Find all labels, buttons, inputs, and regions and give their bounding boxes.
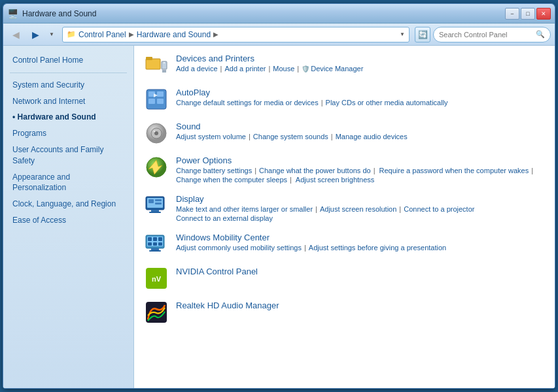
sidebar-item-user-accounts[interactable]: User Accounts and Family Safety bbox=[10, 143, 127, 168]
search-box: 🔍 bbox=[433, 27, 551, 42]
nvidia-icon: nV bbox=[145, 267, 168, 290]
svg-rect-1 bbox=[146, 57, 152, 60]
svg-rect-28 bbox=[153, 237, 157, 241]
panel-realtek: Realtek HD Audio Manager bbox=[145, 301, 544, 324]
svg-rect-9 bbox=[157, 99, 164, 104]
sidebar-item-clock-language[interactable]: Clock, Language, and Region bbox=[10, 197, 127, 211]
svg-text:nV: nV bbox=[152, 275, 162, 283]
window-title: Hardware and Sound bbox=[22, 9, 96, 18]
sidebar-item-network-internet[interactable]: Network and Internet bbox=[10, 95, 127, 108]
panel-sound: Sound Adjust system volume | Change syst… bbox=[145, 122, 544, 145]
toolbar: ◀ ▶ ▼ 📁 Control Panel ▶ Hardware and Sou… bbox=[3, 24, 555, 46]
link-add-device[interactable]: Add a device bbox=[176, 65, 218, 73]
svg-rect-7 bbox=[157, 91, 164, 97]
autoplay-links: Change default settings for media or dev… bbox=[176, 99, 544, 106]
link-add-printer[interactable]: Add a printer bbox=[224, 65, 266, 73]
minimize-button[interactable]: − bbox=[505, 8, 519, 20]
nvidia-title[interactable]: NVIDIA Control Panel bbox=[176, 267, 544, 276]
mobility-text: Windows Mobility Center Adjust commonly … bbox=[176, 233, 544, 252]
link-presentation[interactable]: Adjust settings before giving a presenta… bbox=[309, 244, 446, 252]
sidebar-item-appearance[interactable]: Appearance and Personalization bbox=[10, 171, 127, 195]
display-icon bbox=[145, 194, 168, 218]
title-bar-left: 🖥️ Hardware and Sound bbox=[7, 8, 96, 19]
svg-rect-31 bbox=[153, 242, 157, 246]
close-button[interactable]: ✕ bbox=[536, 8, 551, 20]
autoplay-text: AutoPlay Change default settings for med… bbox=[176, 88, 544, 106]
svg-point-14 bbox=[154, 131, 156, 133]
power-title[interactable]: Power Options bbox=[176, 155, 544, 165]
sidebar-item-hardware-sound[interactable]: Hardware and Sound bbox=[10, 110, 127, 124]
link-device-manager[interactable]: Device Manager bbox=[311, 65, 363, 73]
realtek-icon bbox=[145, 301, 168, 324]
link-sleep[interactable]: Change when the computer sleeps bbox=[176, 176, 287, 184]
main-content: Devices and Printers Add a device | Add … bbox=[134, 46, 555, 388]
panel-autoplay: AutoPlay Change default settings for med… bbox=[145, 88, 544, 111]
link-text-larger[interactable]: Make text and other items larger or smal… bbox=[176, 205, 313, 213]
autoplay-title[interactable]: AutoPlay bbox=[176, 88, 544, 97]
sidebar-item-control-panel-home[interactable]: Control Panel Home bbox=[10, 54, 127, 67]
sound-links: Adjust system volume | Change system sou… bbox=[176, 133, 544, 140]
search-icon[interactable]: 🔍 bbox=[536, 30, 545, 39]
link-password-wake[interactable]: Require a password when the computer wak… bbox=[379, 167, 529, 174]
link-connect-projector[interactable]: Connect to a projector bbox=[404, 205, 474, 213]
link-brightness[interactable]: Adjust screen brightness bbox=[296, 176, 374, 184]
devices-printers-text: Devices and Printers Add a device | Add … bbox=[176, 54, 544, 73]
mobility-icon bbox=[145, 233, 168, 256]
title-bar-buttons: − □ ✕ bbox=[505, 8, 551, 20]
crumb-root[interactable]: Control Panel bbox=[78, 30, 126, 39]
title-bar: 🖥️ Hardware and Sound − □ ✕ bbox=[3, 4, 555, 24]
sidebar-item-ease-of-access[interactable]: Ease of Access bbox=[10, 214, 127, 227]
crumb-section[interactable]: Hardware and Sound bbox=[137, 30, 211, 39]
svg-point-4 bbox=[164, 62, 165, 63]
svg-rect-30 bbox=[148, 242, 152, 246]
link-change-sounds[interactable]: Change system sounds bbox=[253, 133, 328, 140]
address-dropdown-arrow[interactable]: ▼ bbox=[400, 31, 405, 37]
refresh-button[interactable]: 🔄 bbox=[415, 27, 430, 42]
svg-rect-19 bbox=[149, 212, 161, 213]
link-mobility-settings[interactable]: Adjust commonly used mobility settings bbox=[176, 244, 302, 252]
svg-rect-8 bbox=[148, 99, 155, 104]
content-area: Control Panel Home System and Security N… bbox=[3, 46, 555, 388]
link-battery-settings[interactable]: Change battery settings bbox=[176, 167, 252, 174]
sidebar-item-system-security[interactable]: System and Security bbox=[10, 78, 127, 92]
sound-title[interactable]: Sound bbox=[176, 122, 544, 131]
main-window: 🖥️ Hardware and Sound − □ ✕ ◀ ▶ ▼ 📁 Cont… bbox=[3, 3, 555, 389]
panel-mobility: Windows Mobility Center Adjust commonly … bbox=[145, 233, 544, 256]
link-manage-audio[interactable]: Manage audio devices bbox=[336, 133, 408, 140]
link-change-default-media[interactable]: Change default settings for media or dev… bbox=[176, 99, 319, 106]
link-power-buttons[interactable]: Change what the power buttons do bbox=[259, 167, 371, 174]
realtek-title[interactable]: Realtek HD Audio Manager bbox=[176, 301, 544, 310]
maximize-button[interactable]: □ bbox=[521, 8, 535, 20]
nav-dropdown-button[interactable]: ▼ bbox=[46, 27, 57, 42]
display-text: Display Make text and other items larger… bbox=[176, 194, 544, 222]
link-screen-resolution[interactable]: Adjust screen resolution bbox=[320, 205, 396, 213]
svg-rect-27 bbox=[148, 237, 152, 241]
svg-rect-29 bbox=[158, 237, 162, 241]
mobility-title[interactable]: Windows Mobility Center bbox=[176, 233, 544, 242]
display-title[interactable]: Display bbox=[176, 194, 544, 204]
nvidia-text: NVIDIA Control Panel bbox=[176, 267, 544, 278]
svg-rect-21 bbox=[155, 199, 162, 201]
back-button[interactable]: ◀ bbox=[7, 27, 24, 42]
svg-rect-32 bbox=[158, 242, 162, 246]
link-mouse[interactable]: Mouse bbox=[273, 65, 294, 73]
devices-printers-icon bbox=[145, 54, 168, 77]
power-links: Change battery settings | Change what th… bbox=[176, 167, 544, 184]
devices-printers-title[interactable]: Devices and Printers bbox=[176, 54, 544, 63]
sidebar-item-programs[interactable]: Programs bbox=[10, 127, 127, 140]
link-adjust-volume[interactable]: Adjust system volume bbox=[176, 133, 246, 140]
crumb-separator-1: ▶ bbox=[129, 31, 134, 38]
panel-power: Power Options Change battery settings | … bbox=[145, 155, 544, 184]
svg-rect-3 bbox=[162, 70, 166, 73]
panel-display: Display Make text and other items larger… bbox=[145, 194, 544, 222]
link-play-cds[interactable]: Play CDs or other media automatically bbox=[326, 99, 448, 106]
link-external-display[interactable]: Connect to an external display bbox=[176, 214, 273, 222]
display-links: Make text and other items larger or smal… bbox=[176, 205, 544, 222]
window-icon: 🖥️ bbox=[7, 8, 18, 19]
search-input[interactable] bbox=[439, 31, 533, 39]
sound-text: Sound Adjust system volume | Change syst… bbox=[176, 122, 544, 140]
realtek-text: Realtek HD Audio Manager bbox=[176, 301, 544, 312]
sound-icon bbox=[145, 122, 168, 145]
svg-rect-26 bbox=[149, 250, 161, 252]
forward-button[interactable]: ▶ bbox=[27, 27, 44, 42]
